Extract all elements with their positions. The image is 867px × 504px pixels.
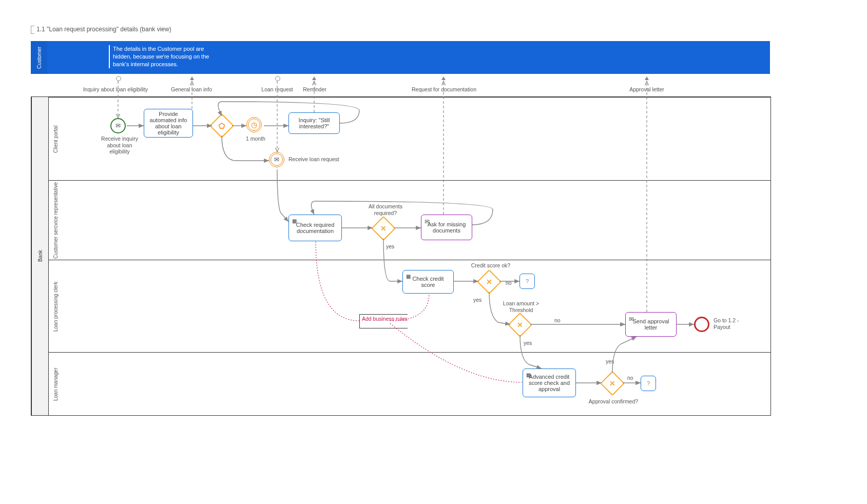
timer-label: 1 month	[240, 135, 271, 142]
event-receive-loan-request[interactable]	[269, 152, 284, 167]
rule-marker-icon: ▦	[292, 218, 297, 224]
msg-generalinfo-label: General loan info	[168, 86, 215, 92]
task-label: Ask for missing documents	[423, 221, 470, 234]
task-label: Check required documentation	[291, 222, 339, 234]
msg-arrow-icon	[441, 76, 446, 80]
x-icon: ✕	[380, 224, 387, 232]
msg-loanreq-label: Loan request	[259, 86, 295, 92]
msg-arrow-icon	[312, 76, 316, 80]
msg-arrow-icon	[190, 76, 194, 80]
lane-csr: Customer sercvice representative	[48, 180, 770, 260]
pool-customer: Customer The details in the Customer poo…	[31, 41, 770, 74]
msg-origin-icon	[116, 76, 121, 81]
bpmn-diagram: 1.1 "Loan request processing" details (b…	[0, 0, 867, 504]
event-loanreq-label: Receive loan request	[288, 156, 345, 163]
task-label: Send approval letter	[628, 318, 674, 331]
task-label: Inquiry: "Still interested?"	[291, 117, 337, 129]
msg-reqdoc-label: Request for documentation	[408, 86, 480, 92]
msg-approval-label: Approval letter	[626, 86, 667, 92]
diagram-title: 1.1 "Loan request processing" details (b…	[31, 26, 171, 34]
timer-event[interactable]	[246, 117, 262, 132]
start-event-label: Receive inquiry about loan eligibility	[97, 135, 143, 155]
pool-bank-header: Bank	[31, 97, 48, 415]
envelope-icon	[115, 122, 121, 129]
customer-note: The details in the Customer pool are hid…	[109, 45, 221, 68]
q-label: ?	[526, 278, 529, 284]
edge-yes: yes	[606, 358, 614, 365]
task-label: Provide automated info about loan eligib…	[146, 111, 190, 135]
msg-inquiry-label: Inquiry about loan eligibility	[82, 86, 149, 92]
edge-yes: yes	[386, 243, 394, 250]
task-check-credit-score[interactable]: ▦ Check credit score	[402, 270, 454, 294]
end-event[interactable]	[694, 317, 709, 332]
msg-reminder-label: Reminder	[300, 86, 329, 92]
collapsed-subprocess[interactable]: ?	[519, 274, 535, 289]
task-check-documentation[interactable]: ▦ Check required documentation	[288, 215, 342, 241]
edge-no: no	[554, 317, 561, 324]
annotation-text: Add business rules	[362, 316, 408, 322]
task-advanced-check[interactable]: ▦ Advanced credit score check and approv…	[523, 369, 576, 397]
title-text: 1.1 "Loan request processing" details (b…	[36, 26, 171, 33]
edge-no: no	[627, 375, 633, 381]
rule-marker-icon: ▦	[526, 372, 531, 378]
msg-origin-icon	[275, 76, 280, 81]
rule-marker-icon: ▦	[406, 274, 411, 279]
pentagon-icon	[219, 122, 225, 130]
end-event-label: Go to 1.2 - Payout	[714, 317, 749, 330]
collapsed-subprocess[interactable]: ?	[641, 376, 656, 391]
lane-label: Client portal	[48, 98, 62, 181]
lane-label: Loan processing clerk	[48, 260, 62, 353]
gw-score-label: Credit score ok?	[470, 262, 511, 269]
lane-loan-manager: Loan manager	[48, 352, 770, 416]
q-label: ?	[647, 380, 650, 386]
x-icon: ✕	[609, 379, 615, 387]
edge-yes: yes	[473, 297, 481, 303]
gw-threshold-label: Loan amount > Threshold	[498, 300, 544, 313]
task-provide-info[interactable]: Provide automated info about loan eligib…	[144, 109, 193, 138]
lane-label: Loan manager	[48, 353, 62, 416]
x-icon: ✕	[486, 278, 492, 286]
envelope-icon	[274, 156, 279, 163]
envelope-icon	[425, 218, 430, 225]
task-inquiry-still-interested[interactable]: Inquiry: "Still interested?"	[288, 112, 340, 134]
pool-customer-header: Customer	[31, 41, 47, 74]
edge-yes: yes	[524, 340, 532, 346]
text-annotation: Add business rules	[359, 314, 408, 328]
edge-no: no	[506, 280, 512, 286]
lane-label: Customer sercvice representative	[48, 181, 62, 260]
gw-confirm-label: Approval confirmed?	[585, 398, 642, 405]
msg-arrow-icon	[645, 76, 649, 80]
envelope-icon	[629, 316, 634, 323]
task-ask-missing-docs[interactable]: Ask for missing documents	[421, 215, 472, 240]
task-label: Check credit score	[405, 276, 451, 288]
clock-icon	[251, 121, 257, 129]
start-event[interactable]	[110, 118, 126, 133]
gw-docs-label: All documents required?	[362, 203, 409, 216]
task-send-approval[interactable]: Send approval letter	[625, 312, 677, 337]
x-icon: ✕	[517, 321, 523, 329]
task-label: Advanced credit score check and approval	[525, 374, 573, 392]
